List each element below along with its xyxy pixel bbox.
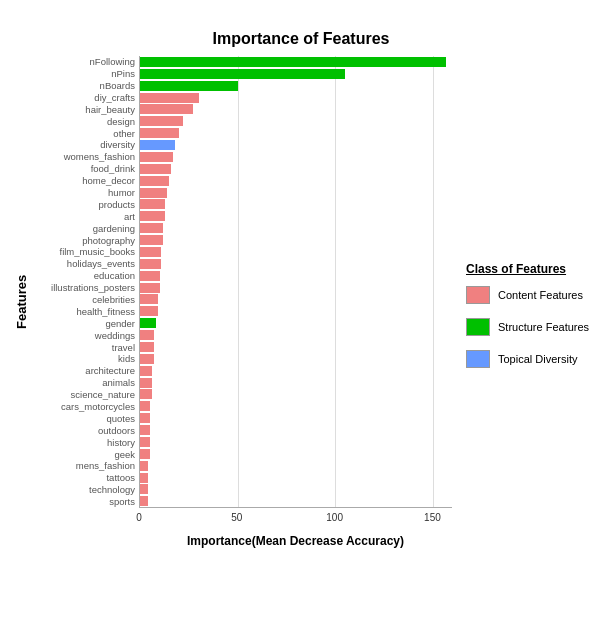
y-label: quotes — [106, 414, 135, 424]
bar — [140, 283, 160, 293]
y-label: cars_motorcycles — [61, 402, 135, 412]
x-axis-labels: 050100150 — [139, 512, 452, 528]
bar — [140, 425, 150, 435]
y-label: diversity — [100, 140, 135, 150]
bar — [140, 235, 163, 245]
bar-row — [140, 472, 452, 484]
legend: Class of Features Content FeaturesStruct… — [452, 56, 592, 548]
y-label: history — [107, 438, 135, 448]
bar-row — [140, 294, 452, 306]
bar — [140, 389, 152, 399]
bar — [140, 318, 156, 328]
y-label: weddings — [95, 331, 135, 341]
bar — [140, 57, 446, 67]
y-label: nPins — [111, 69, 135, 79]
bar — [140, 223, 163, 233]
y-label: photography — [82, 236, 135, 246]
bar-row — [140, 436, 452, 448]
y-label: science_nature — [71, 390, 135, 400]
y-label: mens_fashion — [76, 461, 135, 471]
bar — [140, 116, 183, 126]
bar — [140, 473, 148, 483]
y-label: education — [94, 271, 135, 281]
bar-row — [140, 115, 452, 127]
bar-row — [140, 104, 452, 116]
bar-row — [140, 495, 452, 507]
bar-row — [140, 341, 452, 353]
y-label: gardening — [93, 224, 135, 234]
y-label: illustrations_posters — [51, 283, 135, 293]
bar — [140, 104, 193, 114]
y-label: hair_beauty — [85, 105, 135, 115]
y-label: technology — [89, 485, 135, 495]
y-label: holidays_events — [67, 259, 135, 269]
legend-color-box — [466, 318, 490, 336]
y-label: health_fitness — [76, 307, 135, 317]
bar — [140, 164, 171, 174]
y-label: other — [113, 129, 135, 139]
y-axis-title: Features — [10, 56, 29, 548]
y-label: womens_fashion — [64, 152, 135, 162]
bar — [140, 93, 199, 103]
bar — [140, 69, 345, 79]
y-label: art — [124, 212, 135, 222]
bar-row — [140, 377, 452, 389]
bar-row — [140, 199, 452, 211]
bar-row — [140, 317, 452, 329]
legend-title: Class of Features — [466, 262, 592, 276]
bar — [140, 140, 175, 150]
bar — [140, 484, 148, 494]
bar-row — [140, 234, 452, 246]
bar-row — [140, 329, 452, 341]
bar-row — [140, 187, 452, 199]
bar-row — [140, 175, 452, 187]
legend-label: Topical Diversity — [498, 353, 577, 365]
bar-row — [140, 460, 452, 472]
bar-row — [140, 246, 452, 258]
bar-row — [140, 127, 452, 139]
y-label: celebrities — [92, 295, 135, 305]
bar — [140, 176, 169, 186]
y-label: nBoards — [100, 81, 135, 91]
bar — [140, 354, 154, 364]
bar-row — [140, 222, 452, 234]
bar-row — [140, 424, 452, 436]
y-label: design — [107, 117, 135, 127]
x-axis-container: 050100150 Importance(Mean Decrease Accur… — [139, 508, 452, 548]
bar — [140, 271, 160, 281]
bars-area — [139, 56, 452, 508]
bar — [140, 437, 150, 447]
legend-color-box — [466, 286, 490, 304]
bar-row — [140, 68, 452, 80]
chart-plot-area: nFollowingnPinsnBoardsdiy_craftshair_bea… — [29, 56, 452, 548]
y-label: geek — [114, 450, 135, 460]
bar — [140, 496, 148, 506]
y-label: tattoos — [106, 473, 135, 483]
x-tick: 150 — [424, 512, 441, 523]
bar — [140, 128, 179, 138]
y-label: diy_crafts — [94, 93, 135, 103]
bar-row — [140, 400, 452, 412]
y-label: products — [99, 200, 135, 210]
legend-items: Content FeaturesStructure FeaturesTopica… — [466, 286, 592, 382]
bar — [140, 188, 167, 198]
bar — [140, 378, 152, 388]
bar — [140, 449, 150, 459]
y-label: animals — [102, 378, 135, 388]
bar-row — [140, 305, 452, 317]
legend-color-box — [466, 350, 490, 368]
x-tick: 50 — [231, 512, 242, 523]
bar — [140, 461, 148, 471]
y-label: home_decor — [82, 176, 135, 186]
bar-row — [140, 258, 452, 270]
y-label: humor — [108, 188, 135, 198]
legend-item: Structure Features — [466, 318, 592, 336]
chart-title: Importance of Features — [10, 30, 592, 48]
x-axis-title: Importance(Mean Decrease Accuracy) — [139, 534, 452, 548]
y-label: food_drink — [91, 164, 135, 174]
bar-row — [140, 151, 452, 163]
bar — [140, 81, 238, 91]
y-label: outdoors — [98, 426, 135, 436]
bar-row — [140, 92, 452, 104]
y-label: film_music_books — [60, 247, 136, 257]
